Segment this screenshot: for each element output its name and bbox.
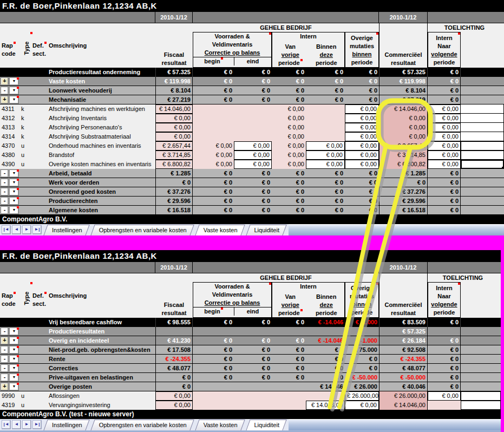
dropdown-button[interactable]: ▼ — [9, 77, 19, 86]
cell-toe[interactable] — [461, 141, 504, 150]
dropdown-button[interactable]: ▼ — [9, 374, 19, 382]
comment-marker — [30, 32, 32, 34]
cell-rap-code: -▼ — [0, 169, 20, 178]
cell-van: € 0 — [272, 187, 306, 196]
dropdown-button[interactable]: ▼ — [9, 383, 19, 391]
dropdown-button[interactable]: ▼ — [9, 87, 19, 95]
expand-button[interactable]: + — [1, 383, 9, 391]
cell-fis[interactable]: € 0,00 — [155, 401, 193, 410]
cell-fis[interactable]: € 14.046,00 — [155, 104, 193, 114]
cell-fis[interactable]: € 2.657,44 — [155, 141, 193, 150]
tab-nav-prev[interactable]: ◄ — [12, 420, 21, 429]
cell-rap-code: 4311 — [0, 104, 20, 114]
dropdown-button[interactable]: ▼ — [9, 96, 19, 104]
scope-left — [0, 23, 193, 32]
cell-fis[interactable]: € 0,00 — [155, 114, 193, 123]
dropdown-button[interactable]: ▼ — [9, 206, 19, 214]
expand-button[interactable]: + — [1, 337, 9, 345]
dropdown-button[interactable]: ▼ — [9, 337, 19, 345]
dropdown-button[interactable]: ▼ — [9, 346, 19, 354]
dropdown-button[interactable]: ▼ — [9, 197, 19, 205]
cell-bin[interactable]: € 0,00 — [306, 141, 345, 150]
tab-opbrengsten-en-variabele-kosten[interactable]: Opbrengsten en variabele kosten — [93, 420, 192, 430]
cell-int[interactable]: € 0,00 — [428, 391, 461, 401]
collapse-button[interactable]: - — [1, 169, 9, 178]
cell-toe[interactable] — [461, 150, 504, 160]
cell-van: € 0 — [272, 178, 306, 187]
cell-int[interactable]: € 0,00 — [428, 150, 461, 160]
cell-rap-code: 4319 — [0, 401, 20, 410]
tab-nav-last[interactable]: ►| — [32, 420, 42, 429]
cell-rap-code: 4313 — [0, 123, 20, 132]
cell-fis[interactable]: € 0,00 — [155, 123, 193, 132]
cell-int[interactable]: € 0,00 — [428, 104, 461, 114]
cell-toe[interactable] — [461, 160, 504, 169]
collapse-button[interactable]: - — [1, 206, 9, 214]
tab-instellingen[interactable]: Instellingen — [45, 225, 88, 235]
collapse-button[interactable]: - — [1, 374, 9, 382]
expand-button[interactable]: + — [1, 96, 9, 104]
collapse-button[interactable]: - — [1, 179, 9, 187]
cell-van: € 0,00 — [272, 114, 306, 123]
expand-button[interactable]: + — [1, 77, 9, 86]
cell-eind[interactable]: € 0,00 — [234, 141, 272, 150]
collapse-button[interactable]: - — [1, 188, 9, 196]
cell-fis[interactable]: € 3.714,85 — [155, 150, 193, 160]
tab-nav-next[interactable]: ► — [22, 420, 31, 429]
tab-vaste-kosten[interactable]: Vaste kosten — [197, 225, 243, 235]
tab-nav-first[interactable]: |◄ — [2, 420, 11, 429]
cell-fis[interactable]: € 0,00 — [155, 132, 193, 141]
cell-int[interactable]: € 0,00 — [428, 141, 461, 150]
cell-ovg[interactable]: € 0,00 — [345, 401, 379, 410]
cell-ovg[interactable]: € 0,00 — [345, 132, 379, 141]
spreadsheet-vaste-kosten: F.R. de Boer,Pinkenlaan 12,1234 AB,K 201… — [0, 0, 504, 235]
cell-omschrijving: Aflossingen — [48, 391, 155, 401]
cell-type: k — [20, 132, 32, 141]
collapse-button[interactable]: - — [1, 87, 9, 95]
cell-bin[interactable]: € 0,00 — [306, 150, 345, 160]
cell-bin[interactable]: € 0,00 — [306, 160, 345, 169]
cell-ovg[interactable]: € 0,00 — [345, 160, 379, 169]
cell-fis[interactable]: € 6.800,82 — [155, 160, 193, 169]
tab-nav-next[interactable]: ► — [22, 225, 31, 234]
dropdown-button[interactable]: ▼ — [9, 188, 19, 196]
cell-fis[interactable]: € 0,00 — [155, 391, 193, 401]
tab-vaste-kosten[interactable]: Vaste kosten — [197, 420, 243, 430]
cell-ovg[interactable]: € 0,00 — [345, 150, 379, 160]
collapse-button[interactable]: - — [1, 197, 9, 205]
cell-fis: € -24.355 — [155, 355, 193, 363]
cell-int[interactable]: € 0,00 — [428, 114, 461, 123]
cell-ovg[interactable]: € 0,00 — [345, 104, 379, 114]
comment-marker — [44, 292, 47, 294]
collapse-button[interactable]: - — [1, 346, 9, 354]
tab-nav-first[interactable]: |◄ — [2, 225, 11, 234]
cell-ovg[interactable]: € 0,00 — [345, 114, 379, 123]
dropdown-button[interactable]: ▼ — [9, 169, 19, 178]
collapse-button[interactable]: - — [1, 355, 9, 363]
tab-nav-last[interactable]: ►| — [32, 225, 42, 234]
dropdown-button[interactable]: ▼ — [9, 364, 19, 372]
tab-liquiditeit[interactable]: Liquiditeit — [248, 420, 285, 430]
cell-int[interactable]: € 0,00 — [428, 132, 461, 141]
tab-liquiditeit[interactable]: Liquiditeit — [248, 225, 285, 235]
tab-nav-prev[interactable]: ◄ — [12, 225, 21, 234]
cell-eind[interactable]: € 0,00 — [234, 150, 272, 160]
cell-int[interactable]: € 0,00 — [428, 123, 461, 132]
cell-toe[interactable] — [461, 391, 501, 401]
cell-ovg[interactable]: € 0,00 — [345, 141, 379, 150]
collapse-button[interactable]: - — [1, 364, 9, 372]
dropdown-button[interactable]: ▼ — [9, 355, 19, 363]
cell-ovg[interactable]: € 26.000,00 — [345, 391, 379, 401]
cell-bin[interactable]: € 14.046,00 — [306, 401, 345, 410]
dropdown-button[interactable]: ▼ — [9, 328, 19, 336]
cell-int[interactable]: € 0,00 — [428, 160, 461, 169]
dropdown-button[interactable]: ▼ — [9, 179, 19, 187]
tab-opbrengsten-en-variabele-kosten[interactable]: Opbrengsten en variabele kosten — [93, 225, 192, 235]
cell-toe[interactable] — [461, 401, 501, 410]
cell-int: € 0 — [428, 77, 461, 86]
table-row: +▼Vaste kosten€ 119.998€ 0€ 0€ 0€ 0€ 0€ … — [0, 77, 504, 86]
tab-instellingen[interactable]: Instellingen — [45, 420, 88, 430]
collapse-button[interactable]: - — [1, 328, 9, 336]
cell-ovg[interactable]: € 0,00 — [345, 123, 379, 132]
cell-eind[interactable]: € 0,00 — [234, 160, 272, 169]
